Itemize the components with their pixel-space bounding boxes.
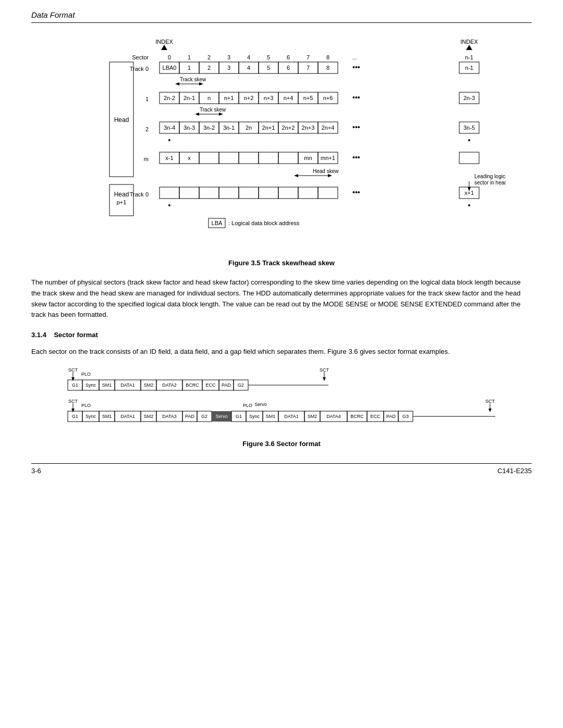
section-314-heading: 3.1.4 Sector format bbox=[31, 331, 532, 339]
svg-text:PLO: PLO bbox=[81, 403, 91, 408]
svg-text:7: 7 bbox=[307, 65, 310, 71]
svg-rect-121 bbox=[219, 187, 239, 199]
svg-text:x-1: x-1 bbox=[165, 155, 173, 161]
svg-text:G3: G3 bbox=[402, 414, 409, 419]
svg-marker-41 bbox=[175, 82, 179, 85]
svg-text:SCT: SCT bbox=[68, 367, 78, 373]
svg-text:DATA1: DATA1 bbox=[120, 382, 135, 388]
svg-text:DATA2: DATA2 bbox=[162, 382, 177, 388]
svg-text:Servo: Servo bbox=[254, 402, 267, 407]
svg-text:PLO: PLO bbox=[243, 403, 252, 408]
svg-text:x: x bbox=[188, 155, 191, 161]
svg-text:PAD: PAD bbox=[222, 382, 231, 388]
svg-text:3n-2: 3n-2 bbox=[203, 125, 215, 131]
svg-text:INDEX: INDEX bbox=[155, 39, 173, 45]
svg-text:SM1: SM1 bbox=[102, 414, 112, 419]
section-314-text: Each sector on the track consists of an … bbox=[31, 347, 532, 357]
svg-text:SM1: SM1 bbox=[102, 382, 112, 388]
svg-text:5: 5 bbox=[267, 54, 270, 60]
svg-text:Sector: Sector bbox=[132, 54, 149, 60]
svg-text:1: 1 bbox=[188, 65, 191, 71]
svg-text:2n+1: 2n+1 bbox=[262, 125, 275, 131]
svg-marker-141 bbox=[71, 377, 75, 381]
svg-rect-109 bbox=[459, 152, 479, 164]
figure-35: INDEX INDEX Sector 0 1 2 3 4 5 6 7 8 ...… bbox=[31, 33, 532, 267]
figure-35-diagram: INDEX INDEX Sector 0 1 2 3 4 5 6 7 8 ...… bbox=[57, 33, 506, 254]
svg-text:3: 3 bbox=[227, 54, 230, 60]
section-314-number: 3.1.4 bbox=[31, 331, 46, 339]
page-footer: 3-6 C141-E235 bbox=[31, 463, 532, 475]
figure-36: SCT SCT PLO G1 Sync SM1 DATA1 SM2 DATA2 … bbox=[31, 365, 532, 448]
svg-text:n+6: n+6 bbox=[323, 95, 333, 101]
svg-marker-144 bbox=[323, 377, 326, 381]
svg-rect-99 bbox=[199, 152, 219, 164]
svg-text:SCT: SCT bbox=[68, 399, 78, 404]
svg-rect-103 bbox=[278, 152, 298, 164]
svg-text:Head: Head bbox=[114, 191, 129, 198]
svg-text:3n-5: 3n-5 bbox=[463, 125, 475, 131]
svg-text:m: m bbox=[144, 156, 149, 162]
svg-text:n: n bbox=[207, 95, 211, 101]
svg-text:3n-4: 3n-4 bbox=[164, 125, 175, 131]
svg-text:2: 2 bbox=[207, 54, 211, 60]
svg-text:2: 2 bbox=[145, 126, 149, 132]
svg-text:2n+4: 2n+4 bbox=[322, 125, 335, 131]
svg-text:6: 6 bbox=[287, 65, 290, 71]
svg-text:SM2: SM2 bbox=[144, 382, 154, 388]
svg-text:•: • bbox=[468, 136, 471, 144]
svg-marker-2 bbox=[161, 45, 167, 50]
svg-text:Track skew: Track skew bbox=[200, 107, 226, 113]
svg-text:G1: G1 bbox=[72, 382, 78, 388]
svg-text:Head skew: Head skew bbox=[313, 168, 339, 174]
svg-text:SM2: SM2 bbox=[308, 414, 317, 419]
svg-text:•••: ••• bbox=[352, 63, 360, 71]
svg-text:8: 8 bbox=[326, 54, 329, 60]
svg-text:3: 3 bbox=[227, 65, 230, 71]
svg-rect-119 bbox=[179, 187, 199, 199]
svg-text:PLO: PLO bbox=[81, 372, 91, 377]
svg-text:G2: G2 bbox=[238, 382, 244, 388]
svg-text:•: • bbox=[468, 201, 471, 209]
svg-text:ECC: ECC bbox=[370, 414, 381, 419]
page-header: Data Format bbox=[31, 10, 532, 23]
svg-text:PAD: PAD bbox=[185, 414, 194, 419]
svg-text:•••: ••• bbox=[352, 188, 360, 196]
svg-text:3n-3: 3n-3 bbox=[183, 125, 195, 131]
svg-text:Leading logical: Leading logical bbox=[474, 174, 506, 179]
figure-36-caption: Figure 3.6 Sector format bbox=[242, 440, 321, 448]
svg-marker-69 bbox=[195, 113, 199, 116]
svg-text:n-1: n-1 bbox=[465, 54, 473, 60]
svg-text:6: 6 bbox=[287, 54, 290, 60]
svg-text:8: 8 bbox=[326, 65, 329, 71]
svg-text:PAD: PAD bbox=[386, 414, 396, 419]
svg-text:0: 0 bbox=[168, 54, 171, 60]
svg-text:Sync: Sync bbox=[85, 382, 96, 388]
svg-text:: Logical data block address: : Logical data block address bbox=[228, 220, 300, 226]
svg-text:Track skew: Track skew bbox=[180, 77, 206, 82]
svg-text:Sync: Sync bbox=[249, 414, 260, 419]
svg-text:G2: G2 bbox=[201, 414, 207, 419]
svg-text:...: ... bbox=[352, 54, 357, 60]
svg-marker-68 bbox=[219, 113, 223, 116]
svg-text:G1: G1 bbox=[236, 414, 242, 419]
svg-text:2n-2: 2n-2 bbox=[164, 95, 175, 101]
figure-36-diagram: SCT SCT PLO G1 Sync SM1 DATA1 SM2 DATA2 … bbox=[57, 365, 506, 435]
svg-text:LBA0: LBA0 bbox=[163, 65, 177, 71]
figure-35-caption: Figure 3.5 Track skew/head skew bbox=[228, 259, 335, 267]
svg-text:n-1: n-1 bbox=[465, 65, 473, 71]
page-title: Data Format bbox=[31, 10, 75, 19]
svg-text:2n+2: 2n+2 bbox=[282, 125, 295, 131]
svg-text:•••: ••• bbox=[352, 153, 360, 162]
svg-text:Head: Head bbox=[114, 116, 129, 124]
svg-text:Sync: Sync bbox=[85, 414, 96, 419]
svg-text:4: 4 bbox=[247, 65, 250, 71]
svg-text:G1: G1 bbox=[72, 414, 78, 419]
svg-text:2n: 2n bbox=[246, 125, 252, 131]
svg-text:n+1: n+1 bbox=[224, 95, 234, 101]
svg-text:sector in head p+1: sector in head p+1 bbox=[474, 180, 506, 186]
svg-rect-118 bbox=[160, 187, 179, 199]
svg-text:n+3: n+3 bbox=[264, 95, 274, 101]
svg-text:4: 4 bbox=[247, 54, 250, 60]
svg-marker-40 bbox=[199, 82, 203, 85]
svg-text:Servo: Servo bbox=[215, 414, 228, 419]
